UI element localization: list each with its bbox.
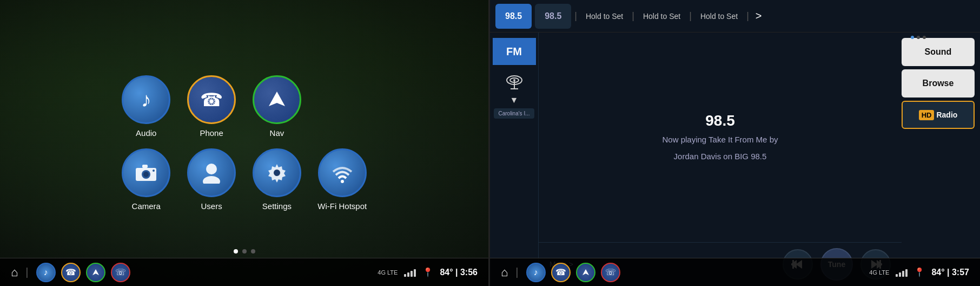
bar2	[407, 272, 409, 277]
camera-app[interactable]: Camera	[122, 148, 171, 211]
divider-3: |	[689, 10, 692, 22]
hd-radio-text: Radio	[936, 110, 957, 119]
location-icon-left: 📍	[422, 267, 433, 277]
svg-point-3	[143, 172, 149, 177]
rbar4	[905, 269, 908, 277]
station-card[interactable]: Carolina's I...	[494, 108, 534, 119]
now-playing-line1: Now playing Take It From Me by	[663, 134, 778, 146]
hd-logo: HD Radio	[919, 110, 958, 120]
main-content-right: FM ▼ Carolina's I... 98.5	[490, 32, 980, 286]
svg-marker-11	[92, 269, 99, 275]
nav-label: Nav	[270, 128, 284, 138]
nav-right-info-left: 4G LTE 📍 84° | 3:56	[378, 267, 478, 277]
bottom-nav-right: ⌂ | ♪ ☎ ☏ 4G LTE 📍 84°	[490, 258, 980, 286]
svg-point-14	[513, 79, 515, 81]
time-left: 3:56	[460, 268, 478, 277]
users-icon	[187, 148, 236, 197]
right-col-buttons: Sound Browse HD Radio	[902, 32, 980, 286]
nav-nav-btn-left[interactable]	[86, 263, 105, 282]
hold-to-set-2[interactable]: Hold to Set	[638, 12, 686, 21]
preset-next-arrow[interactable]: >	[752, 10, 765, 22]
station-name-side: Carolina's I...	[498, 110, 529, 116]
signal-bars-left	[404, 268, 416, 277]
audio-app[interactable]: ♪ Audio	[122, 75, 171, 138]
settings-icon	[253, 148, 301, 197]
svg-point-6	[206, 164, 217, 174]
now-playing-line2: Jordan Davis on BIG 98.5	[674, 151, 767, 163]
hold-to-set-3[interactable]: Hold to Set	[695, 12, 743, 21]
svg-rect-4	[142, 165, 148, 168]
audio-nav-btn-left[interactable]: ♪	[36, 263, 56, 282]
phone-app[interactable]: ☎ Phone	[187, 75, 236, 138]
page-dot-3[interactable]	[251, 249, 255, 253]
settings-label: Settings	[262, 202, 292, 211]
page-dot-1[interactable]	[234, 249, 238, 253]
phone-nav-btn-left[interactable]: ☎	[61, 263, 81, 282]
preset-2-btn[interactable]: 98.5	[535, 4, 571, 29]
right-screen: 98.5 98.5 | Hold to Set | Hold to Set | …	[490, 0, 980, 286]
temp-time-left: 84° | 3:56	[440, 268, 478, 277]
page-dot-2[interactable]	[242, 249, 247, 253]
fm-button[interactable]: FM	[493, 38, 536, 65]
station-side: FM ▼ Carolina's I...	[490, 32, 539, 286]
wifi-hotspot-app[interactable]: Wi-Fi Hotspot	[317, 148, 367, 211]
rbar1	[896, 274, 898, 277]
browse-button[interactable]: Browse	[902, 69, 975, 98]
svg-marker-23	[582, 269, 589, 275]
bottom-nav-left: ⌂ | ♪ ☎ ☏ 4G LTE 📍 84°	[0, 258, 488, 286]
users-app[interactable]: Users	[187, 148, 236, 211]
nav-divider-r1: |	[515, 266, 518, 278]
nav-right-info-right: 4G LTE 📍 84° | 3:57	[869, 267, 969, 277]
bar3	[410, 271, 413, 277]
hold-to-set-1[interactable]: Hold to Set	[580, 12, 628, 21]
temp-right: 84°	[931, 268, 944, 277]
svg-point-9	[274, 170, 280, 176]
svg-point-10	[341, 180, 344, 183]
svg-point-7	[203, 176, 220, 184]
location-icon-right: 📍	[914, 267, 925, 277]
settings-app[interactable]: Settings	[253, 148, 302, 211]
wifi-hotspot-label: Wi-Fi Hotspot	[317, 202, 367, 211]
lte-label-left: 4G LTE	[378, 269, 398, 276]
lte-label-right: 4G LTE	[869, 269, 889, 276]
time-right: 3:57	[952, 268, 969, 277]
phone2-nav-btn-right[interactable]: ☏	[601, 263, 620, 282]
hd-radio-button[interactable]: HD Radio	[902, 101, 975, 129]
bar4	[414, 269, 416, 277]
audio-label: Audio	[136, 128, 156, 138]
bar1	[404, 274, 406, 277]
wifi-icon	[318, 148, 367, 197]
home-button-left[interactable]: ⌂	[11, 265, 18, 280]
audio-icon: ♪	[122, 75, 170, 124]
temp-time-right: 84° | 3:57	[931, 268, 969, 277]
page-dots	[234, 249, 255, 253]
phone2-nav-btn-left[interactable]: ☏	[111, 263, 130, 282]
small-dot-2	[917, 36, 920, 39]
temp-left: 84°	[440, 268, 453, 277]
hd-badge: HD	[919, 110, 935, 120]
phone-label: Phone	[200, 128, 223, 138]
nav-icon	[253, 75, 301, 124]
camera-icon	[122, 148, 170, 197]
station-signal-icon	[504, 74, 525, 90]
preset-1-btn[interactable]: 98.5	[495, 4, 532, 29]
audio-nav-btn-right[interactable]: ♪	[526, 263, 546, 282]
nav-app[interactable]: Nav	[253, 75, 302, 138]
station-center: 98.5 Now playing Take It From Me by Jord…	[539, 32, 902, 242]
users-label: Users	[201, 202, 222, 211]
small-dot-3	[923, 36, 926, 39]
scroll-down-icon[interactable]: ▼	[510, 95, 519, 105]
home-button-right[interactable]: ⌂	[501, 265, 508, 280]
svg-marker-0	[269, 92, 285, 106]
divider-1: |	[574, 10, 577, 22]
phone-nav-btn-right[interactable]: ☎	[551, 263, 571, 282]
preset-page-dots	[911, 36, 926, 39]
camera-label: Camera	[132, 202, 161, 211]
center-content: 98.5 Now playing Take It From Me by Jord…	[539, 32, 902, 286]
small-dot-1	[911, 36, 914, 39]
station-frequency: 98.5	[705, 112, 735, 129]
app-grid: ♪ Audio ☎ Phone Nav	[100, 64, 388, 222]
nav-divider-1: |	[25, 266, 28, 278]
nav-nav-btn-right[interactable]	[576, 263, 595, 282]
sound-button[interactable]: Sound	[902, 38, 975, 66]
